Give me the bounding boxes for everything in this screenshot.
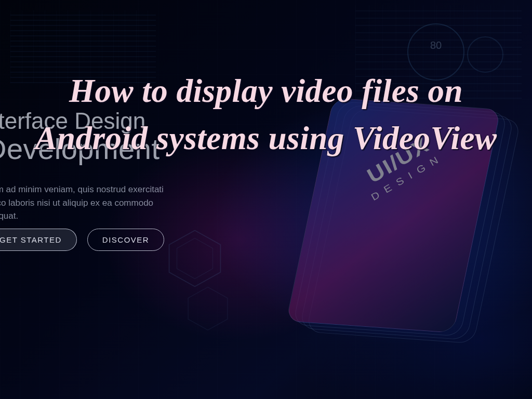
article-title: How to display video files on Android sy… [27,68,505,163]
title-overlay: How to display video files on Android sy… [0,0,532,399]
